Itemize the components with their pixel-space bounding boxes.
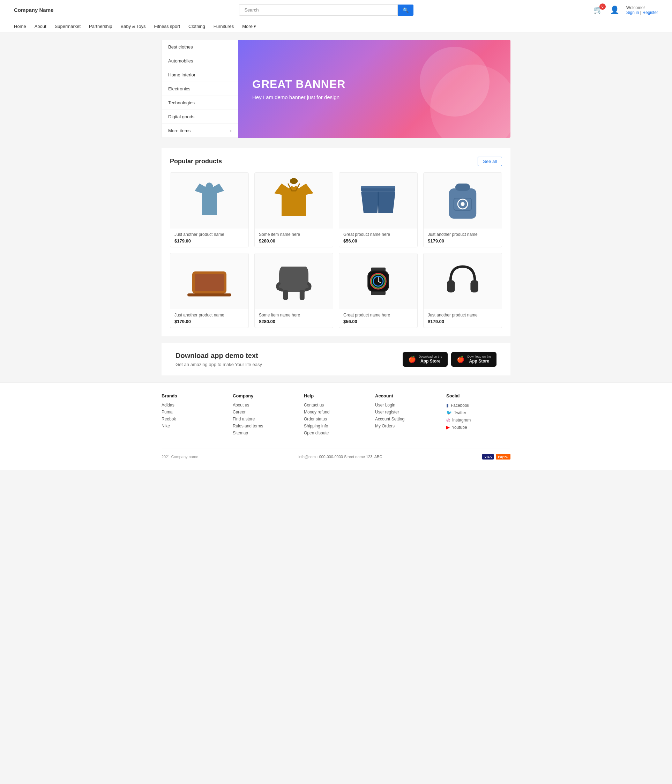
sidebar-label: Home interior — [168, 72, 195, 78]
download-title: Download app demo text — [176, 352, 262, 360]
footer-link-instagram[interactable]: ◎ Instagram — [446, 417, 510, 423]
nav-clothing[interactable]: Clothing — [188, 24, 205, 29]
footer-company-title: Company — [233, 393, 297, 398]
product-info: Some item name here $280.00 — [255, 229, 333, 247]
product-image — [170, 173, 249, 229]
product-info: Great product name here $56.00 — [339, 229, 417, 247]
sidebar-item-home-interior[interactable]: Home interior — [162, 68, 238, 82]
banner-title: GREAT BANNER — [252, 78, 345, 91]
footer-link-account-setting[interactable]: Account Setting — [375, 417, 439, 422]
product-price: $179.00 — [428, 319, 498, 324]
see-all-button[interactable]: See all — [478, 157, 502, 166]
footer-link-twitter[interactable]: 🐦 Twitter — [446, 410, 510, 415]
search-input[interactable] — [239, 4, 398, 16]
product-price: $56.00 — [343, 319, 413, 324]
backpack-icon — [427, 176, 498, 225]
laptop-icon — [174, 257, 245, 306]
footer-bottom: 2021 Company name info@com +000-000-0000… — [162, 448, 510, 459]
product-price: $179.00 — [174, 238, 244, 244]
register-link[interactable]: Register — [642, 10, 658, 15]
svg-point-7 — [460, 202, 464, 206]
footer-link-dispute[interactable]: Open dispute — [304, 431, 368, 436]
nav-more[interactable]: More ▾ — [242, 24, 256, 29]
header-right: 🛒 0 👤 Welcome! Sign in | Register — [594, 5, 658, 15]
product-card[interactable]: Just another product name $179.00 — [423, 173, 502, 247]
nav-supermarket[interactable]: Supermarket — [55, 24, 81, 29]
signin-link[interactable]: Sign in — [626, 10, 639, 15]
footer-link-career[interactable]: Career — [233, 410, 297, 414]
search-bar: 🔍 — [239, 4, 414, 16]
product-card[interactable]: Some item name here $280.00 — [254, 173, 333, 247]
footer-link-refund[interactable]: Money refund — [304, 410, 368, 414]
sidebar-item-more-items[interactable]: More items › — [162, 124, 238, 137]
app-store-button[interactable]: 🍎 Download on the App Store — [403, 352, 448, 366]
footer-link-shipping[interactable]: Shipping info — [304, 423, 368, 428]
nav-baby-toys[interactable]: Baby & Toys — [121, 24, 146, 29]
footer-payment: VISA PayPal — [482, 454, 510, 459]
user-icon[interactable]: 👤 — [610, 6, 619, 15]
banner-subtitle: Hey I am demo banner just for design — [252, 94, 345, 100]
product-card[interactable]: Some item name here $280.00 — [254, 253, 333, 328]
nav-home[interactable]: Home — [14, 24, 26, 29]
search-button[interactable]: 🔍 — [398, 5, 414, 16]
footer-account-title: Account — [375, 393, 439, 398]
footer-link-about[interactable]: About us — [233, 403, 297, 408]
product-card[interactable]: Just another product name $179.00 — [170, 253, 249, 328]
product-image — [423, 173, 502, 229]
nav-fitness[interactable]: Fitness sport — [154, 24, 180, 29]
search-icon: 🔍 — [403, 7, 409, 13]
product-price: $56.00 — [343, 238, 413, 244]
footer-link-my-orders[interactable]: My Orders — [375, 423, 439, 428]
product-name: Just another product name — [428, 232, 498, 237]
sidebar-item-best-clothes[interactable]: Best clothes — [162, 40, 238, 54]
product-card[interactable]: Just another product name $179.00 — [423, 253, 502, 328]
facebook-icon: ▮ — [446, 403, 449, 408]
nav-furnitures[interactable]: Furnitures — [213, 24, 234, 29]
google-play-button[interactable]: 🍎 Download on the App Store — [451, 352, 496, 366]
headphones-icon — [427, 257, 498, 306]
sidebar-item-automobiles[interactable]: Automobiles — [162, 54, 238, 68]
product-card[interactable]: Great product name here $56.00 — [339, 173, 418, 247]
sidebar-item-electronics[interactable]: Electronics — [162, 82, 238, 96]
footer-link-reebok[interactable]: Reebok — [162, 417, 226, 422]
product-card[interactable]: Great product name here $56.00 — [339, 253, 418, 328]
svg-rect-13 — [300, 290, 305, 300]
footer-link-find-store[interactable]: Find a store — [233, 417, 297, 422]
sidebar-label: Technologies — [168, 100, 195, 105]
download-text: Download app demo text Get an amazing ap… — [176, 352, 262, 367]
visa-badge: VISA — [482, 454, 494, 459]
footer-link-contact[interactable]: Contact us — [304, 403, 368, 408]
product-name: Just another product name — [174, 232, 244, 237]
svg-rect-3 — [361, 186, 395, 188]
product-card[interactable]: Just another product name $179.00 — [170, 173, 249, 247]
hero-banner: GREAT BANNER Hey I am demo banner just f… — [238, 40, 510, 138]
nav-about[interactable]: About — [34, 24, 47, 29]
company-logo: Company Name — [14, 7, 59, 13]
footer-link-adidas[interactable]: Adidas — [162, 403, 226, 408]
product-name: Great product name here — [343, 313, 413, 317]
sidebar-item-digital-goods[interactable]: Digital goods — [162, 110, 238, 124]
watch-icon — [343, 257, 414, 306]
product-price: $179.00 — [174, 319, 244, 324]
sidebar-item-technologies[interactable]: Technologies — [162, 96, 238, 110]
footer-link-nike[interactable]: Nike — [162, 423, 226, 428]
footer-link-rules[interactable]: Rules and terms — [233, 423, 297, 428]
footer-link-user-register[interactable]: User register — [375, 410, 439, 414]
footer-social-title: Social — [446, 393, 510, 398]
product-price: $280.00 — [259, 238, 329, 244]
nav-more-label: More — [242, 24, 253, 29]
footer-link-puma[interactable]: Puma — [162, 410, 226, 414]
nav-partnership[interactable]: Partnership — [89, 24, 112, 29]
app-buttons: 🍎 Download on the App Store 🍎 Download o… — [403, 352, 496, 366]
footer-link-user-login[interactable]: User Login — [375, 403, 439, 408]
cart-button[interactable]: 🛒 0 — [594, 6, 603, 15]
footer-help: Help Contact us Money refund Order statu… — [304, 393, 368, 437]
sidebar-label: More items — [168, 128, 190, 133]
product-info: Great product name here $56.00 — [339, 309, 417, 328]
footer-link-sitemap[interactable]: Sitemap — [233, 431, 297, 436]
svg-rect-5 — [455, 184, 470, 191]
footer-link-order-status[interactable]: Order status — [304, 417, 368, 422]
footer-link-facebook[interactable]: ▮ Facebook — [446, 403, 510, 408]
footer-copyright: 2021 Company name — [162, 455, 198, 459]
footer-link-youtube[interactable]: ▶ Youtube — [446, 425, 510, 430]
